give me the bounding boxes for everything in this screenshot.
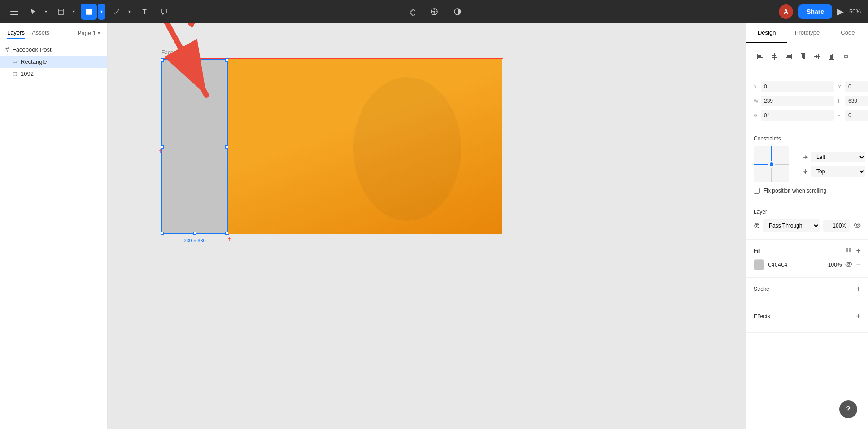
handle-mid-left[interactable]	[161, 145, 164, 149]
fix-scroll-label[interactable]: Fix position when scrolling	[754, 188, 861, 194]
tab-layers[interactable]: Layers	[7, 27, 25, 39]
align-bottom-button[interactable]	[825, 50, 838, 63]
page-selector[interactable]: Page 1 ▾	[78, 30, 100, 36]
fix-scroll-row: Fix position when scrolling	[754, 188, 861, 194]
fill-more-options-button[interactable]	[846, 247, 852, 255]
align-top-button[interactable]	[797, 50, 809, 63]
align-center-h-button[interactable]	[768, 50, 781, 63]
svg-rect-27	[816, 55, 817, 58]
layer-item-facebook-post[interactable]: # Facebook Post	[0, 43, 107, 56]
facebook-post-frame: + + + 239 × 630	[161, 59, 502, 239]
rect-icon	[85, 8, 92, 15]
handle-top-mid[interactable]	[193, 58, 196, 62]
tab-prototype[interactable]: Prototype	[787, 23, 827, 43]
fill-hex-value: C4C4C4	[768, 262, 824, 268]
selected-rectangle[interactable]: 239 × 630	[161, 59, 228, 234]
horizontal-constraint-icon	[802, 154, 808, 160]
align-left-button[interactable]	[754, 50, 766, 63]
blend-mode-select[interactable]: Pass Through Normal Darken Multiply Colo…	[763, 219, 820, 232]
comment-icon	[161, 8, 168, 15]
opacity-input[interactable]	[823, 220, 850, 232]
svg-rect-28	[818, 54, 819, 59]
text-tool-button[interactable]: T	[136, 4, 153, 20]
contrast-icon	[454, 8, 462, 16]
tab-code[interactable]: Code	[828, 23, 868, 43]
distribute-button[interactable]	[840, 50, 852, 63]
layer-item-1092[interactable]: ▢ 1092	[0, 68, 107, 80]
fill-visibility-button[interactable]	[845, 261, 852, 269]
align-center-v-button[interactable]	[811, 50, 824, 63]
fill-remove-button[interactable]: −	[856, 260, 861, 270]
fill-header-actions: +	[846, 247, 861, 255]
svg-rect-15	[758, 55, 761, 57]
grid-icon	[846, 247, 852, 254]
visibility-toggle-button[interactable]	[854, 222, 861, 230]
corner-input[interactable]	[845, 110, 868, 121]
rect-tool-chevron[interactable]: ▾	[98, 4, 105, 20]
handle-bottom-mid[interactable]	[193, 232, 196, 235]
stroke-add-button[interactable]: +	[856, 285, 861, 293]
corner-field: ⌐ ⛶	[838, 110, 868, 121]
width-input[interactable]	[761, 96, 834, 106]
frame-label: Facebook Post	[161, 49, 197, 56]
svg-rect-16	[758, 57, 763, 58]
x-input[interactable]	[761, 81, 834, 92]
constraints-visual	[754, 146, 789, 182]
fill-add-button[interactable]: +	[856, 247, 861, 255]
tab-assets[interactable]: Assets	[32, 27, 49, 39]
menu-button[interactable]	[7, 4, 22, 19]
svg-rect-24	[802, 54, 803, 58]
align-center-h-icon	[771, 53, 778, 60]
align-right-button[interactable]	[782, 50, 795, 63]
horizontal-constraint-select[interactable]: Left Right Center Left and Right Scale	[811, 152, 865, 162]
component-tool-button[interactable]	[403, 4, 419, 20]
fix-scroll-checkbox[interactable]	[754, 188, 760, 194]
toolbar: ▾ ▾ ▾	[0, 0, 868, 23]
svg-rect-18	[772, 55, 776, 56]
eye-icon	[854, 223, 861, 228]
fill-color-swatch[interactable]	[754, 259, 764, 270]
chevron-down-icon: ▾	[98, 31, 100, 35]
resources-button[interactable]	[426, 4, 442, 20]
svg-rect-25	[803, 54, 805, 59]
handle-top-left[interactable]	[161, 58, 164, 62]
vertical-constraint-select[interactable]: Top Bottom Center Top and Bottom Scale	[811, 166, 865, 177]
height-input[interactable]	[845, 96, 868, 106]
layer-item-rectangle[interactable]: ▭ Rectangle	[0, 56, 107, 68]
share-button[interactable]: Share	[798, 4, 832, 19]
w-field: W	[754, 96, 834, 106]
pen-icon	[113, 8, 120, 15]
rotation-icon: ↺	[754, 113, 759, 118]
align-bottom-icon	[828, 53, 835, 60]
frame-tool-button[interactable]	[53, 4, 69, 20]
frame-tool-chevron[interactable]: ▾	[70, 4, 77, 20]
canvas-content: Facebook Post + + +	[161, 59, 502, 239]
cursor-icon	[30, 8, 37, 15]
eye-icon	[845, 262, 852, 267]
effects-add-button[interactable]: +	[856, 312, 861, 320]
contrast-button[interactable]	[449, 4, 466, 20]
y-input[interactable]	[845, 81, 868, 92]
play-button[interactable]: ▶	[837, 7, 844, 17]
pen-tool-chevron[interactable]: ▾	[126, 4, 133, 20]
move-tool-button[interactable]	[25, 4, 41, 20]
help-button[interactable]: ?	[839, 400, 857, 418]
constraint-line-bottom	[771, 168, 772, 182]
tool-group-shape: ▾	[81, 4, 105, 20]
canvas-area[interactable]: Facebook Post + + +	[108, 23, 746, 429]
comment-tool-button[interactable]	[156, 4, 172, 20]
fill-section: Fill + C4C4C4 100%	[746, 240, 868, 278]
dimension-label: 239 × 630	[183, 238, 205, 243]
svg-point-37	[756, 224, 759, 227]
svg-rect-26	[814, 56, 820, 57]
main-layout: Layers Assets Page 1 ▾ # Facebook Post ▭…	[0, 23, 868, 429]
rect-tool-button[interactable]	[81, 4, 97, 20]
left-sidebar: Layers Assets Page 1 ▾ # Facebook Post ▭…	[0, 23, 108, 429]
user-avatar: A	[779, 4, 793, 19]
handle-bottom-left[interactable]	[161, 232, 164, 235]
svg-rect-0	[58, 9, 64, 14]
rotation-input[interactable]	[761, 110, 834, 121]
pen-tool-button[interactable]	[109, 4, 125, 20]
move-tool-chevron[interactable]: ▾	[42, 4, 49, 20]
tab-design[interactable]: Design	[746, 23, 787, 43]
